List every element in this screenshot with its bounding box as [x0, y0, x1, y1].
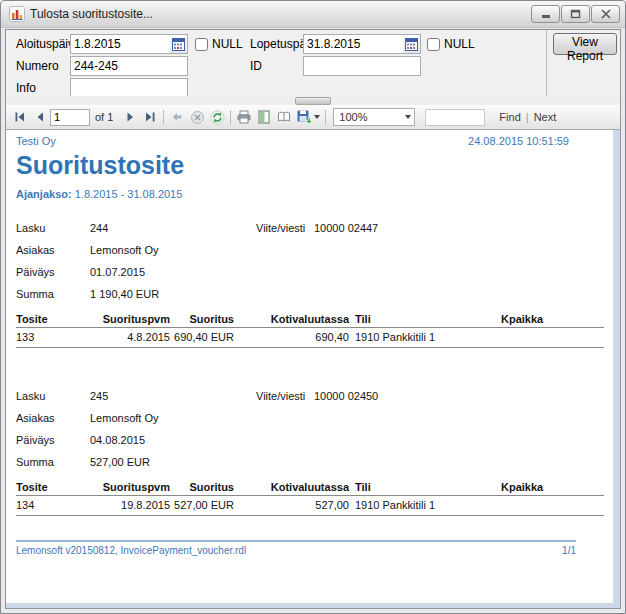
- summa-value: 1 190,40 EUR: [90, 288, 159, 301]
- report-dialog-window: Tulosta suoritustosite... Aloituspäivä: [0, 0, 626, 614]
- report-title: Suoritustosite: [16, 151, 603, 180]
- start-date-input[interactable]: [70, 34, 171, 54]
- cell-tili: 1910 Pankkitili 1: [349, 328, 499, 348]
- toolbar-separator: [325, 110, 326, 125]
- viite-value: 10000 02447: [314, 222, 378, 235]
- toolbar-separator: [230, 110, 231, 125]
- asiakas-value: Lemonsoft Oy: [90, 244, 158, 257]
- start-date-null-checkbox[interactable]: [195, 38, 208, 51]
- footer-page-number: 1/1: [562, 545, 576, 556]
- report-chart-icon: [9, 6, 25, 22]
- paivays-value: 04.08.2015: [90, 434, 145, 447]
- back-button[interactable]: [167, 107, 187, 127]
- col-kotivaluutassa: Kotivaluutassa: [234, 310, 349, 328]
- asiakas-label: Asiakas: [16, 244, 55, 257]
- find-text-input[interactable]: [425, 109, 485, 126]
- find-next-separator: |: [526, 111, 529, 123]
- minimize-icon: [541, 10, 551, 19]
- view-report-button[interactable]: View Report: [553, 33, 617, 55]
- zoom-select[interactable]: 100%: [333, 108, 415, 126]
- info-input[interactable]: [70, 78, 188, 98]
- end-date-null-label: NULL: [444, 34, 475, 54]
- col-kpaikka: Kpaikka: [499, 478, 604, 496]
- paivays-label: Päiväys: [16, 434, 55, 447]
- report-footer: Lemonsoft v20150812, InvoicePayment_vouc…: [16, 540, 576, 556]
- window-title: Tulosta suoritustosite...: [30, 7, 531, 21]
- report-company: Testi Oy: [16, 135, 56, 147]
- maximize-button[interactable]: [561, 5, 590, 23]
- close-button[interactable]: [591, 5, 620, 23]
- previous-page-button[interactable]: [30, 107, 50, 127]
- printer-icon: [236, 109, 252, 125]
- invoice-block: Lasku 244 Viite/viesti 10000 02447 Asiak…: [16, 222, 603, 310]
- refresh-icon: [210, 110, 225, 125]
- back-arrow-icon: [170, 110, 184, 124]
- paivays-value: 01.07.2015: [90, 266, 145, 279]
- table-row: 134 19.8.2015 527,00 EUR 527,00 1910 Pan…: [16, 496, 604, 516]
- next-page-button[interactable]: [120, 107, 140, 127]
- col-tili: Tili: [349, 478, 499, 496]
- col-suoritus: Suoritus: [170, 310, 234, 328]
- end-date-calendar-button[interactable]: [403, 34, 421, 54]
- col-suorituspvm: Suorituspvm: [96, 310, 170, 328]
- summa-value: 527,00 EUR: [90, 456, 150, 469]
- summa-label: Summa: [16, 456, 54, 469]
- col-tili: Tili: [349, 310, 499, 328]
- col-tosite: Tosite: [16, 310, 96, 328]
- stop-icon: [190, 110, 205, 125]
- period-value: 1.8.2015 - 31.08.2015: [75, 188, 183, 200]
- end-date-null-checkbox[interactable]: [427, 38, 440, 51]
- titlebar[interactable]: Tulosta suoritustosite...: [1, 1, 625, 28]
- cell-suorituspvm: 4.8.2015: [96, 328, 170, 348]
- col-kotivaluutassa: Kotivaluutassa: [234, 478, 349, 496]
- col-kpaikka: Kpaikka: [499, 310, 604, 328]
- numero-label: Numero: [16, 56, 59, 76]
- report-period: Ajanjakso: 1.8.2015 - 31.08.2015: [16, 188, 603, 200]
- cell-kpaikka: [499, 496, 604, 516]
- previous-page-icon: [33, 110, 47, 124]
- first-page-icon: [13, 110, 27, 124]
- last-page-icon: [143, 110, 157, 124]
- splitter-handle[interactable]: [295, 97, 331, 105]
- find-next-link[interactable]: Next: [534, 111, 557, 123]
- summa-label: Summa: [16, 288, 54, 301]
- id-input[interactable]: [303, 56, 421, 76]
- paivays-label: Päiväys: [16, 266, 55, 279]
- refresh-button[interactable]: [207, 107, 227, 127]
- find-link[interactable]: Find: [499, 111, 520, 123]
- maximize-icon: [570, 9, 581, 19]
- asiakas-value: Lemonsoft Oy: [90, 412, 158, 425]
- calendar-icon: [172, 38, 185, 51]
- end-date-input[interactable]: [303, 34, 404, 54]
- footer-version: Lemonsoft v20150812, InvoicePayment_vouc…: [16, 545, 246, 556]
- stop-button[interactable]: [187, 107, 207, 127]
- print-layout-button[interactable]: [254, 107, 274, 127]
- export-button[interactable]: [294, 107, 322, 127]
- form-splitter: [6, 96, 620, 105]
- export-disk-icon: [296, 109, 312, 125]
- invoice-block: Lasku 245 Viite/viesti 10000 02450 Asiak…: [16, 390, 603, 478]
- report-parameters-panel: Aloituspäivä NULL Lopetuspäivä: [6, 30, 620, 96]
- page-setup-button[interactable]: [274, 107, 294, 127]
- zoom-dropdown-button[interactable]: [401, 109, 414, 125]
- col-suoritus: Suoritus: [170, 478, 234, 496]
- print-button[interactable]: [234, 107, 254, 127]
- payments-table: Tosite Suorituspvm Suoritus Kotivaluutas…: [16, 310, 604, 348]
- id-label: ID: [250, 56, 262, 76]
- cell-kpaikka: [499, 328, 604, 348]
- minimize-button[interactable]: [531, 5, 560, 23]
- viite-label: Viite/viesti: [256, 390, 305, 403]
- cell-kotivaluutassa: 527,00: [234, 496, 349, 516]
- last-page-button[interactable]: [140, 107, 160, 127]
- numero-input[interactable]: [70, 56, 188, 76]
- cell-suoritus: 527,00 EUR: [170, 496, 234, 516]
- cell-tosite: 133: [16, 328, 96, 348]
- toolbar-separator: [163, 110, 164, 125]
- current-page-input[interactable]: [50, 109, 90, 126]
- first-page-button[interactable]: [10, 107, 30, 127]
- close-icon: [601, 9, 611, 19]
- col-tosite: Tosite: [16, 478, 96, 496]
- start-date-calendar-button[interactable]: [170, 34, 188, 54]
- period-label: Ajanjakso:: [16, 188, 72, 200]
- cell-suorituspvm: 19.8.2015: [96, 496, 170, 516]
